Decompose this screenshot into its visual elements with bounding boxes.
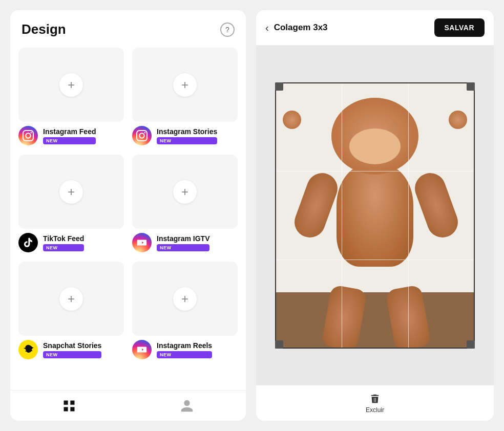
grid-nav-button[interactable] <box>60 397 78 415</box>
right-footer: Excluir <box>256 385 494 421</box>
add-card-igtv[interactable]: + <box>132 155 238 229</box>
add-card-instagram-stories[interactable]: + <box>132 48 238 122</box>
floor-bg <box>275 292 475 349</box>
plus-icon-2: + <box>173 73 197 97</box>
monkey-face <box>349 128 401 164</box>
add-card-tiktok[interactable]: + <box>18 155 124 229</box>
tiktok-svg <box>23 237 34 248</box>
snapchat-label-group: Snapchat Stories NEW <box>43 341 101 358</box>
reels-svg <box>136 344 148 355</box>
igtv-badge: NEW <box>157 244 209 251</box>
delete-label: Excluir <box>366 406 384 414</box>
tiktok-icon <box>18 233 38 252</box>
grid-content: + + Instagram Feed NEW <box>10 42 246 390</box>
grid-nav-icon <box>62 399 76 413</box>
reels-name: Instagram Reels <box>157 341 212 350</box>
instagram-stories-icon <box>132 126 152 145</box>
delete-icon <box>369 393 381 404</box>
collage-frame[interactable] <box>275 82 475 349</box>
monkey-ear-left <box>283 111 301 129</box>
igtv-icon <box>132 233 152 252</box>
igtv-svg <box>136 237 148 248</box>
plus-icon-4: + <box>173 180 197 204</box>
label-row-1: Instagram Feed NEW Instagram Stories NEW <box>18 126 238 145</box>
reels-label-group: Instagram Reels NEW <box>157 341 212 358</box>
app-container: Design ? + + <box>0 0 504 431</box>
label-instagram-stories: Instagram Stories NEW <box>132 126 238 145</box>
card-row-2: + + <box>18 155 238 229</box>
card-row-1: + + <box>18 48 238 122</box>
label-snapchat: Snapchat Stories NEW <box>18 340 124 359</box>
reels-icon <box>132 340 152 359</box>
snapchat-svg <box>23 344 34 355</box>
instagram-stories-name: Instagram Stories <box>157 127 217 136</box>
plus-icon-1: + <box>59 73 83 97</box>
igtv-label-group: Instagram IGTV NEW <box>157 234 209 251</box>
label-row-3: Snapchat Stories NEW Instagram Reels NEW <box>18 340 238 359</box>
monkey-ear-right <box>449 111 467 129</box>
delete-button[interactable]: Excluir <box>366 393 384 414</box>
left-footer <box>10 390 246 421</box>
tiktok-label-group: TikTok Feed NEW <box>43 234 84 251</box>
igtv-name: Instagram IGTV <box>157 234 209 243</box>
plus-icon-6: + <box>173 287 197 311</box>
canvas-area <box>256 46 494 385</box>
add-card-reels[interactable]: + <box>132 262 238 336</box>
plus-icon-5: + <box>59 287 83 311</box>
left-header: Design ? <box>10 10 246 42</box>
label-reels: Instagram Reels NEW <box>132 340 238 359</box>
snapchat-icon <box>18 340 38 359</box>
snapchat-name: Snapchat Stories <box>43 341 101 350</box>
instagram-feed-icon <box>18 126 38 145</box>
help-button[interactable]: ? <box>220 23 235 37</box>
card-row-3: + + <box>18 262 238 336</box>
collage-title: Colagem 3x3 <box>274 23 328 33</box>
snapchat-badge: NEW <box>43 351 101 358</box>
add-card-instagram-feed[interactable]: + <box>18 48 124 122</box>
label-row-2: TikTok Feed NEW Instagram IGTV NEW <box>18 233 238 252</box>
instagram-feed-name: Instagram Feed <box>43 127 96 136</box>
tiktok-name: TikTok Feed <box>43 234 84 243</box>
right-panel: ‹ Colagem 3x3 SALVAR <box>256 10 494 421</box>
instagram-stories-label-group: Instagram Stories NEW <box>157 127 217 144</box>
label-instagram-feed: Instagram Feed NEW <box>18 126 124 145</box>
instagram-stories-badge: NEW <box>157 137 217 144</box>
monkey-body <box>337 164 413 267</box>
instagram-svg <box>23 130 34 141</box>
plus-icon-3: + <box>59 180 83 204</box>
right-header-left: ‹ Colagem 3x3 <box>265 22 328 34</box>
instagram-stories-svg <box>136 130 148 141</box>
label-igtv: Instagram IGTV NEW <box>132 233 238 252</box>
profile-nav-icon <box>180 399 194 413</box>
monkey-head <box>331 98 418 175</box>
profile-nav-button[interactable] <box>178 397 196 415</box>
design-title: Design <box>22 21 66 37</box>
add-card-snapchat[interactable]: + <box>18 262 124 336</box>
instagram-feed-label-group: Instagram Feed NEW <box>43 127 96 144</box>
left-panel: Design ? + + <box>10 10 246 421</box>
save-button[interactable]: SALVAR <box>434 18 485 37</box>
collage-image <box>275 82 475 349</box>
back-button[interactable]: ‹ <box>265 22 269 34</box>
reels-badge: NEW <box>157 351 212 358</box>
right-header: ‹ Colagem 3x3 SALVAR <box>256 10 494 46</box>
tiktok-badge: NEW <box>43 244 84 251</box>
label-tiktok: TikTok Feed NEW <box>18 233 124 252</box>
instagram-feed-badge: NEW <box>43 137 96 144</box>
